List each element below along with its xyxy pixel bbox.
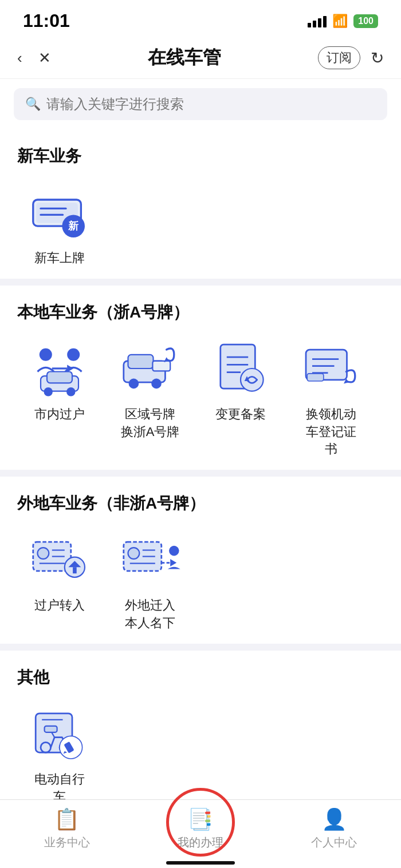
- tab-my-affairs[interactable]: 📑 我的办理: [133, 807, 267, 850]
- search-bar[interactable]: 🔍: [14, 88, 387, 120]
- section-other-car: 外地车业务（非浙A号牌）: [0, 477, 401, 651]
- svg-point-24: [241, 368, 264, 391]
- nav-left: ‹ ✕: [17, 49, 51, 67]
- search-icon: 🔍: [25, 97, 41, 112]
- close-button[interactable]: ✕: [38, 49, 51, 67]
- svg-point-47: [169, 546, 179, 556]
- svg-text:新: 新: [68, 220, 79, 232]
- service-icon-city-transfer: [28, 337, 91, 400]
- service-label-new-plate: 新车上牌: [34, 249, 85, 267]
- tab-business-icon: 📋: [54, 807, 80, 831]
- tab-profile-label: 个人中心: [311, 835, 357, 850]
- service-icon-migrate-in: [119, 528, 182, 591]
- svg-point-7: [67, 348, 80, 361]
- signal-icon: [308, 15, 327, 27]
- service-transfer-in[interactable]: 过户转入: [17, 528, 102, 632]
- back-button[interactable]: ‹: [17, 49, 22, 67]
- nav-right: 订阅 ↻: [318, 46, 384, 69]
- svg-rect-51: [45, 726, 57, 732]
- service-icon-ebike: [28, 702, 91, 765]
- service-label-city-transfer: 市内过户: [34, 406, 85, 423]
- service-icon-transfer-in: [28, 528, 91, 591]
- service-label-migrate-in: 外地迁入本人名下: [125, 597, 175, 632]
- tab-my-affairs-icon: 📑: [187, 807, 213, 831]
- service-icon-new-plate: 新: [28, 181, 91, 244]
- tab-business-label: 业务中心: [44, 835, 90, 850]
- service-region-plate[interactable]: 区域号牌换浙A号牌: [108, 337, 192, 458]
- svg-rect-11: [47, 371, 72, 383]
- svg-point-33: [38, 548, 49, 559]
- refresh-button[interactable]: ↻: [371, 49, 384, 68]
- svg-rect-18: [152, 361, 170, 371]
- tab-bar: 📋 业务中心 📑 我的办理 👤 个人中心: [0, 799, 401, 868]
- service-city-transfer[interactable]: 市内过户: [17, 337, 102, 458]
- service-grid-local-car: 市内过户: [17, 337, 384, 458]
- svg-point-12: [44, 387, 53, 396]
- section-title-other-car: 外地车业务（非浙A号牌）: [17, 493, 384, 514]
- service-new-plate[interactable]: 新 新车上牌: [17, 181, 102, 267]
- service-label-get-cert: 换领机动车登记证书: [306, 406, 356, 458]
- service-icon-region-plate: [119, 337, 182, 400]
- battery-indicator: 100: [353, 14, 378, 28]
- bottom-indicator: [166, 861, 235, 865]
- page-title: 在线车管: [51, 45, 318, 70]
- search-input[interactable]: [46, 96, 376, 112]
- status-icons: 📶 100: [308, 14, 378, 29]
- svg-marker-46: [170, 559, 176, 566]
- service-change-record[interactable]: 变更备案: [198, 337, 283, 458]
- svg-rect-31: [307, 374, 324, 381]
- tab-profile-icon: 👤: [321, 807, 347, 831]
- wifi-icon: 📶: [332, 14, 348, 29]
- svg-point-41: [128, 548, 140, 559]
- tab-profile[interactable]: 👤 个人中心: [268, 807, 401, 850]
- section-title-other: 其他: [17, 667, 384, 688]
- section-title-new-car: 新车业务: [17, 145, 384, 167]
- tab-business[interactable]: 📋 业务中心: [0, 807, 133, 850]
- svg-point-17: [151, 378, 162, 389]
- service-label-transfer-in: 过户转入: [34, 597, 85, 615]
- service-ebike[interactable]: 电动自行车: [17, 702, 102, 806]
- service-grid-new-car: 新 新车上牌: [17, 181, 384, 267]
- service-label-change-record: 变更备案: [215, 406, 266, 423]
- subscribe-button[interactable]: 订阅: [318, 46, 360, 69]
- service-icon-change-record: [209, 337, 272, 400]
- svg-rect-15: [128, 355, 154, 368]
- svg-point-6: [40, 348, 52, 361]
- section-local-car: 本地车业务（浙A号牌）: [0, 286, 401, 477]
- service-grid-other-car: 过户转入: [17, 528, 384, 632]
- nav-bar: ‹ ✕ 在线车管 订阅 ↻: [0, 37, 401, 79]
- section-title-local-car: 本地车业务（浙A号牌）: [17, 302, 384, 323]
- status-bar: 11:01 📶 100: [0, 0, 401, 37]
- section-other: 其他: [0, 651, 401, 818]
- svg-rect-39: [73, 567, 77, 573]
- service-get-cert[interactable]: 换领机动车登记证书: [289, 337, 374, 458]
- status-time: 11:01: [23, 10, 70, 31]
- service-icon-get-cert: [300, 337, 363, 400]
- svg-point-16: [129, 378, 139, 389]
- tab-my-affairs-label: 我的办理: [178, 835, 223, 850]
- service-migrate-in[interactable]: 外地迁入本人名下: [108, 528, 192, 632]
- main-content: 新车业务 新 新车上牌: [0, 129, 401, 868]
- section-new-car: 新车业务 新 新车上牌: [0, 129, 401, 286]
- svg-point-13: [66, 387, 75, 396]
- service-label-region-plate: 区域号牌换浙A号牌: [121, 406, 180, 441]
- service-grid-other: 电动自行车: [17, 702, 384, 806]
